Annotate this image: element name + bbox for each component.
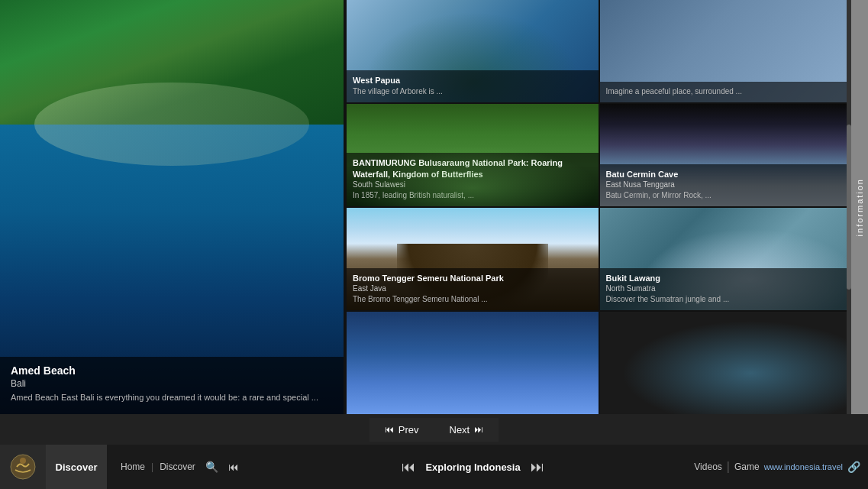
nav-discover-label[interactable]: Discover xyxy=(46,445,107,489)
card-diving[interactable] xyxy=(599,312,852,414)
card-desc: The village of Arborek is ... xyxy=(353,86,592,96)
card-title: BANTIMURUNG Bulusaraung National Park: R… xyxy=(353,157,592,180)
card-desc: Imagine a peaceful place, surrounded ... xyxy=(606,86,846,96)
card-desc: The Bromo Tengger Semeru National ... xyxy=(353,294,592,304)
pagination-bar: ⏮ Prev Next ⏭ xyxy=(0,414,868,445)
next-arrow-icon: ⏭ xyxy=(474,424,483,435)
bottom-nav: Discover Home | Discover 🔍 ⏮ ⏮ Exploring… xyxy=(0,445,868,489)
nav-title: Exploring Indonesia xyxy=(425,461,520,473)
prev-label: Prev xyxy=(399,424,419,436)
nav-home-link[interactable]: Home xyxy=(115,445,151,489)
right-columns: West Papua The village of Arborek is ...… xyxy=(345,0,868,414)
card-amed-beach[interactable]: Amed Beach Bali Amed Beach East Bali is … xyxy=(0,0,345,414)
play-back-icon[interactable]: ⏮ xyxy=(398,456,419,478)
nav-right: Videos | Game www.indonesia.travel 🔗 xyxy=(694,460,868,474)
link-icon[interactable]: 🔗 xyxy=(847,461,860,473)
information-label: information xyxy=(855,178,864,236)
grid-section: Amed Beach Bali Amed Beach East Bali is … xyxy=(0,0,868,414)
information-sidebar[interactable]: information xyxy=(851,0,868,414)
card-bukit-lawang[interactable]: Bukit Lawang North Sumatra Discover the … xyxy=(599,208,852,312)
card-imagine[interactable]: Imagine a peaceful place, surrounded ... xyxy=(599,0,852,104)
card-batu-cermin[interactable]: Batu Cermin Cave East Nusa Tenggara Batu… xyxy=(599,104,852,208)
next-label: Next xyxy=(450,424,470,436)
card-west-papua-caption: West Papua The village of Arborek is ... xyxy=(347,70,599,102)
prev-button[interactable]: ⏮ Prev xyxy=(369,418,434,442)
logo-icon xyxy=(9,453,37,481)
next-button[interactable]: Next ⏭ xyxy=(434,418,499,442)
card-title: Amed Beach xyxy=(11,364,333,377)
card-bantimurung-caption: BANTIMURUNG Bulusaraung National Park: R… xyxy=(347,153,599,206)
card-title: Batu Cermin Cave xyxy=(606,169,846,180)
card-subtitle: North Sumatra xyxy=(606,284,846,293)
nav-website-url[interactable]: www.indonesia.travel xyxy=(764,462,843,471)
card-amed-beach-image xyxy=(0,0,344,414)
nav-game-link[interactable]: Game xyxy=(734,461,760,472)
card-subtitle: Bali xyxy=(11,378,333,389)
card-title: Bromo Tengger Semeru National Park xyxy=(353,273,592,283)
card-subtitle: South Sulawesi xyxy=(353,180,592,189)
card-bromo-caption: Bromo Tengger Semeru National Park East … xyxy=(347,268,599,310)
app-container: Amed Beach Bali Amed Beach East Bali is … xyxy=(0,0,868,489)
nav-center: ⏮ Exploring Indonesia ⏭ xyxy=(252,456,695,478)
card-batu-cermin-caption: Batu Cermin Cave East Nusa Tenggara Batu… xyxy=(600,164,852,206)
svg-point-1 xyxy=(20,458,26,464)
nav-sep-2: | xyxy=(727,460,730,474)
card-west-papua[interactable]: West Papua The village of Arborek is ... xyxy=(345,0,599,104)
card-bukit-lawang-caption: Bukit Lawang North Sumatra Discover the … xyxy=(600,268,852,310)
nav-videos-link[interactable]: Videos xyxy=(694,461,721,472)
card-desc: Discover the Sumatran jungle and ... xyxy=(606,294,846,304)
card-desc: In 1857, leading British naturalist, ... xyxy=(353,190,592,200)
card-imagine-caption: Imagine a peaceful place, surrounded ... xyxy=(600,82,852,102)
card-subtitle: East Nusa Tenggara xyxy=(606,180,846,189)
card-desc: Amed Beach East Bali is everything you d… xyxy=(11,392,333,403)
search-icon[interactable]: 🔍 xyxy=(202,456,223,478)
card-bantimurung[interactable]: BANTIMURUNG Bulusaraung National Park: R… xyxy=(345,104,599,208)
nav-links: Home | Discover 🔍 ⏮ xyxy=(107,445,252,489)
nav-discover-link[interactable]: Discover xyxy=(153,445,202,489)
grid-col-2: Imagine a peaceful place, surrounded ...… xyxy=(599,0,852,414)
prev-arrow-icon: ⏮ xyxy=(385,424,394,435)
card-blue-sky[interactable] xyxy=(345,312,599,414)
scroll-thumb xyxy=(847,125,851,290)
play-forward-icon[interactable]: ⏭ xyxy=(527,456,548,478)
card-bromo[interactable]: Bromo Tengger Semeru National Park East … xyxy=(345,208,599,312)
card-subtitle: East Java xyxy=(353,284,592,293)
logo-svg xyxy=(9,453,37,481)
card-title: West Papua xyxy=(353,75,592,86)
card-desc: Batu Cermin, or Mirror Rock, ... xyxy=(606,190,846,200)
card-amed-beach-caption: Amed Beach Bali Amed Beach East Bali is … xyxy=(0,357,344,414)
card-title: Bukit Lawang xyxy=(606,273,846,283)
scroll-bar[interactable] xyxy=(847,0,851,414)
nav-logo xyxy=(0,445,46,489)
grid-col-1: West Papua The village of Arborek is ...… xyxy=(345,0,599,414)
skip-back-icon[interactable]: ⏮ xyxy=(223,456,244,478)
